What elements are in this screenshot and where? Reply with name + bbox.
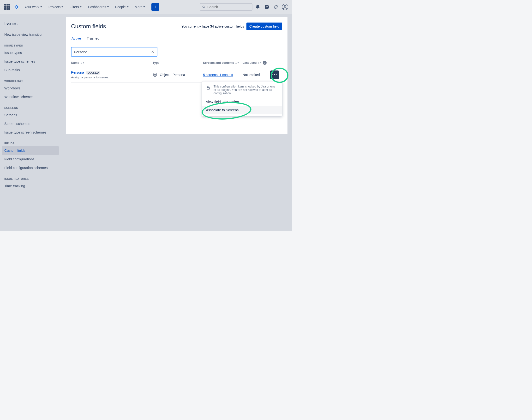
cell-screens: 5 screens, 1 context xyxy=(203,73,242,77)
table-header: Name▲▼ Type Screens and contexts▲▼ Last … xyxy=(71,61,282,67)
sidebar-item-field-config-schemes[interactable]: Field configuration schemes xyxy=(2,164,59,172)
sidebar-item-custom-fields[interactable]: Custom fields xyxy=(2,146,59,155)
cell-name: Persona LOCKED Assign a persona to issue… xyxy=(71,71,153,79)
chevron-down-icon xyxy=(107,6,109,7)
column-type: Type xyxy=(153,61,203,64)
search-input[interactable] xyxy=(207,5,250,9)
chevron-down-icon xyxy=(62,6,63,7)
svg-point-4 xyxy=(155,74,156,75)
svg-text:?: ? xyxy=(266,5,268,9)
cell-last-used: Not tracked xyxy=(242,73,270,77)
svg-point-3 xyxy=(284,5,286,7)
settings-button[interactable] xyxy=(272,3,280,11)
svg-point-0 xyxy=(203,6,204,7)
clear-filter-button[interactable] xyxy=(151,50,155,54)
field-tabs: Active Trashed xyxy=(71,36,282,43)
sort-icon: ▲▼ xyxy=(258,62,262,64)
sidebar-header-screens: Screens xyxy=(2,101,59,111)
sidebar-header-fields: Fields xyxy=(2,137,59,146)
menu-associate-screens[interactable]: Associate to Screens xyxy=(202,106,282,114)
sidebar-header-workflows: Workflows xyxy=(2,74,59,84)
row-actions-button[interactable] xyxy=(270,71,279,79)
svg-rect-5 xyxy=(207,88,210,90)
locked-notice: This configuration item is locked by Jir… xyxy=(202,85,282,98)
lock-icon xyxy=(206,85,211,90)
admin-sidebar: Issues New issue view transition Issue t… xyxy=(0,14,61,231)
field-type-icon xyxy=(153,72,157,77)
bell-icon xyxy=(255,4,260,10)
sidebar-header-issue-features: Issue features xyxy=(2,172,59,182)
filter-input[interactable] xyxy=(74,50,149,54)
sidebar-item-time-tracking[interactable]: Time tracking xyxy=(2,182,59,190)
nav-more[interactable]: More xyxy=(132,4,148,10)
chevron-down-icon xyxy=(143,6,145,7)
app-switcher-button[interactable] xyxy=(3,3,11,11)
nav-people[interactable]: People xyxy=(113,4,131,10)
sidebar-title: Issues xyxy=(2,19,59,30)
sidebar-item-issue-types[interactable]: Issue types xyxy=(2,48,59,57)
row-actions-menu: This configuration item is locked by Jir… xyxy=(202,81,282,116)
field-count-text: You currently have 34 active custom fiel… xyxy=(181,24,244,28)
sidebar-header-issue-types: Issue types xyxy=(2,39,59,48)
help-icon: ? xyxy=(264,4,270,10)
chevron-down-icon xyxy=(127,6,129,7)
sort-icon: ▲▼ xyxy=(80,62,84,64)
sidebar-item-transition[interactable]: New issue view transition xyxy=(2,30,59,39)
column-last-used[interactable]: Last used▲▼ ? xyxy=(242,61,270,65)
sidebar-item-issue-type-schemes[interactable]: Issue type schemes xyxy=(2,57,59,66)
screens-link[interactable]: 5 screens, 1 context xyxy=(203,73,233,77)
gear-icon xyxy=(273,4,279,10)
help-icon[interactable]: ? xyxy=(263,61,267,65)
tab-trashed[interactable]: Trashed xyxy=(86,36,100,43)
jira-logo[interactable] xyxy=(14,4,19,10)
locked-badge: LOCKED xyxy=(86,71,100,75)
sidebar-item-issue-type-screen-schemes[interactable]: Issue type screen schemes xyxy=(2,128,59,137)
avatar-icon xyxy=(282,4,288,10)
main-content: Custom fields You currently have 34 acti… xyxy=(61,14,292,231)
create-button[interactable] xyxy=(151,3,159,11)
sidebar-item-sub-tasks[interactable]: Sub-tasks xyxy=(2,66,59,74)
menu-view-field-info[interactable]: View field information xyxy=(202,98,282,106)
cell-type: Object - Persona xyxy=(153,72,203,77)
table-row: Persona LOCKED Assign a persona to issue… xyxy=(71,67,282,83)
nav-filters[interactable]: Filters xyxy=(67,4,84,10)
plus-icon xyxy=(153,5,157,9)
nav-dashboards[interactable]: Dashboards xyxy=(85,4,111,10)
field-description: Assign a persona to issues. xyxy=(71,75,153,79)
custom-fields-table: Name▲▼ Type Screens and contexts▲▼ Last … xyxy=(71,61,282,83)
sidebar-item-workflow-schemes[interactable]: Workflow schemes xyxy=(2,92,59,101)
sidebar-item-field-configurations[interactable]: Field configurations xyxy=(2,155,59,164)
field-link[interactable]: Persona xyxy=(71,71,84,74)
search-icon xyxy=(202,5,205,9)
profile-button[interactable] xyxy=(281,3,289,11)
nav-your-work[interactable]: Your work xyxy=(22,4,45,10)
top-nav: Your work Projects Filters Dashboards Pe… xyxy=(0,0,292,14)
jira-icon xyxy=(14,4,19,10)
apps-grid-icon xyxy=(4,4,10,10)
notifications-button[interactable] xyxy=(254,3,261,11)
chevron-down-icon xyxy=(40,6,42,7)
create-custom-field-button[interactable]: Create custom field xyxy=(246,23,282,30)
nav-projects[interactable]: Projects xyxy=(46,4,66,10)
chevron-down-icon xyxy=(80,6,81,7)
filter-search-box[interactable] xyxy=(71,47,157,57)
close-icon xyxy=(151,50,155,54)
tab-active[interactable]: Active xyxy=(71,36,81,43)
sort-icon: ▲▼ xyxy=(235,62,239,64)
global-search[interactable] xyxy=(200,3,252,11)
page-title: Custom fields xyxy=(71,23,106,30)
help-button[interactable]: ? xyxy=(263,3,271,11)
sidebar-item-screens[interactable]: Screens xyxy=(2,111,59,119)
column-name[interactable]: Name▲▼ xyxy=(71,61,153,64)
sidebar-item-screen-schemes[interactable]: Screen schemes xyxy=(2,119,59,128)
sidebar-item-workflows[interactable]: Workflows xyxy=(2,84,59,92)
column-screens[interactable]: Screens and contexts▲▼ xyxy=(203,61,242,64)
custom-fields-panel: Custom fields You currently have 34 acti… xyxy=(66,17,288,134)
